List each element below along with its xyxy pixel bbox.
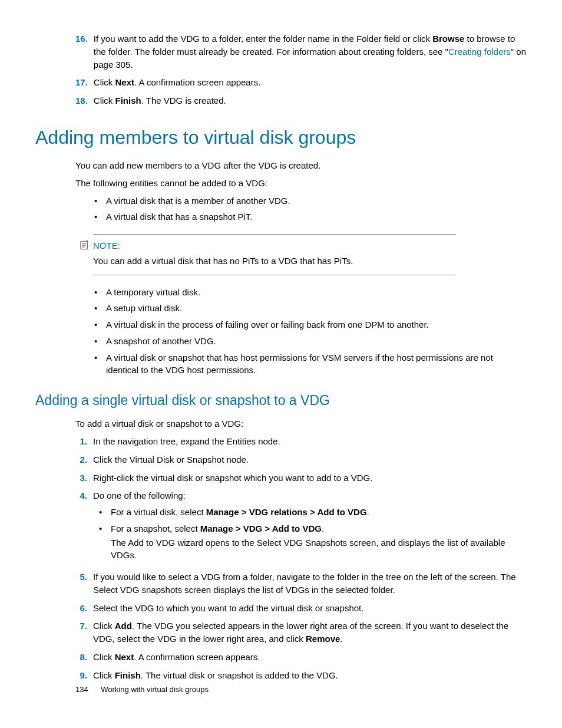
step-text: Click Next. A confirmation screen appear… <box>93 651 527 664</box>
text: Click <box>94 95 115 106</box>
text: . A confirmation screen appears. <box>134 77 260 87</box>
text: . The VDG you selected appears in the lo… <box>93 621 508 644</box>
section-heading: Adding members to virtual disk groups <box>35 124 527 151</box>
text: If you would like to select a VDG from a… <box>93 572 516 595</box>
text: Click <box>93 670 115 680</box>
step-number: 1. <box>75 435 93 448</box>
note-icon <box>79 240 90 251</box>
step-number: 5. <box>75 571 93 597</box>
bold-text: Next <box>115 77 135 87</box>
numbered-step: 2.Click the Virtual Disk or Snapshot nod… <box>75 453 527 466</box>
numbered-step: 5.If you would like to select a VDG from… <box>75 571 527 597</box>
sub-bullet-item: For a virtual disk, select Manage > VDG … <box>98 506 527 519</box>
text: Select the VDG to which you want to add … <box>93 603 363 613</box>
text: Click <box>94 77 115 87</box>
step-number: 4. <box>75 489 93 565</box>
top-steps-list: 16.If you want to add the VDG to a folde… <box>75 32 527 107</box>
text: Right-click the virtual disk or snapshot… <box>93 473 372 483</box>
sub-bullet-item: For a snapshot, select Manage > VDG > Ad… <box>98 522 527 562</box>
step-text: Click Finish. The VDG is created. <box>94 94 527 107</box>
sub-bullets: For a virtual disk, select Manage > VDG … <box>98 506 527 562</box>
paragraph: The following entities cannot be added t… <box>75 177 527 190</box>
step-number: 17. <box>75 76 94 89</box>
link-text[interactable]: Creating folders <box>448 47 511 57</box>
step-number: 8. <box>75 651 93 664</box>
bold-text: Add <box>115 621 132 631</box>
bullet-item: A temporary virtual disk. <box>93 286 527 299</box>
text: . A confirmation screen appears. <box>134 652 260 662</box>
bold-text: Browse <box>432 34 464 44</box>
numbered-step: 3.Right-click the virtual disk or snapsh… <box>75 472 527 485</box>
text: Click <box>93 621 115 631</box>
step-number: 9. <box>75 669 93 682</box>
numbered-step: 7.Click Add. The VDG you selected appear… <box>75 620 527 645</box>
steps-2-list: 1.In the navigation tree, expand the Ent… <box>75 435 527 681</box>
bold-text: Finish <box>115 670 141 680</box>
step-text: Do one of the following:For a virtual di… <box>93 489 527 565</box>
bold-text: Remove <box>306 634 340 644</box>
text: Click the Virtual Disk or Snapshot node. <box>93 454 249 465</box>
text: For a snapshot, select <box>111 523 200 533</box>
bold-text: Finish <box>115 95 141 106</box>
text: Do one of the following: <box>93 490 186 500</box>
bullet-item: A virtual disk in the process of failing… <box>93 318 527 331</box>
sub-after-text: The Add to VDG wizard opens to the Selec… <box>111 536 527 562</box>
numbered-step: 9.Click Finish. The virtual disk or snap… <box>75 669 527 682</box>
step-number: 3. <box>75 472 93 485</box>
numbered-step: 6.Select the VDG to which you want to ad… <box>75 602 527 615</box>
numbered-step: 4.Do one of the following:For a virtual … <box>75 489 527 565</box>
step-text: Click the Virtual Disk or Snapshot node. <box>93 453 527 466</box>
bold-text: Next <box>115 652 134 662</box>
bold-text: Manage > VDG relations > Add to VDG <box>206 507 367 517</box>
paragraph: You can add new members to a VDG after t… <box>75 159 527 172</box>
note-label: NOTE: <box>93 239 120 252</box>
text: In the navigation tree, expand the Entit… <box>93 436 280 446</box>
bullet-item: A snapshot of another VDG. <box>93 335 527 348</box>
step-text: Click Finish. The virtual disk or snapsh… <box>93 669 527 682</box>
step-text: If you would like to select a VDG from a… <box>93 571 527 597</box>
text: . <box>340 634 342 644</box>
numbered-step: 18.Click Finish. The VDG is created. <box>75 94 527 107</box>
step-text: If you want to add the VDG to a folder, … <box>94 32 527 71</box>
numbered-step: 8.Click Next. A confirmation screen appe… <box>75 651 527 664</box>
step-text: In the navigation tree, expand the Entit… <box>93 435 527 448</box>
numbered-step: 16.If you want to add the VDG to a folde… <box>75 32 527 71</box>
text: Click <box>93 652 115 662</box>
step-number: 2. <box>75 453 93 466</box>
bullet-item: A virtual disk or snapshot that has host… <box>93 351 527 377</box>
numbered-step: 1.In the navigation tree, expand the Ent… <box>75 435 527 448</box>
page-footer: 134 Working with virtual disk groups <box>75 684 209 696</box>
step-number: 6. <box>75 602 93 615</box>
text: . <box>367 507 369 517</box>
note-body: You can add a virtual disk that has no P… <box>93 255 456 268</box>
step-text: Click Next. A confirmation screen appear… <box>94 76 527 89</box>
step-number: 18. <box>75 94 94 107</box>
bullets-1: A virtual disk that is a member of anoth… <box>93 195 527 224</box>
step-number: 16. <box>75 32 94 71</box>
bullet-item: A virtual disk that has a snapshot PiT. <box>93 210 527 223</box>
bullets-2: A temporary virtual disk.A setup virtual… <box>93 286 527 377</box>
numbered-step: 17.Click Next. A confirmation screen app… <box>75 76 527 89</box>
text: If you want to add the VDG to a folder, … <box>94 34 432 44</box>
subsection-heading: Adding a single virtual disk or snapshot… <box>35 391 527 410</box>
text: For a virtual disk, select <box>111 507 206 517</box>
footer-title: Working with virtual disk groups <box>101 685 209 694</box>
step-number: 7. <box>75 620 93 645</box>
text: . The virtual disk or snapshot is added … <box>141 670 338 680</box>
bullet-item: A setup virtual disk. <box>93 302 527 315</box>
text: . <box>322 523 324 533</box>
page-number: 134 <box>75 685 88 694</box>
note-block: NOTE: You can add a virtual disk that ha… <box>93 234 456 275</box>
bold-text: Manage > VDG > Add to VDG <box>200 523 322 533</box>
text: . The VDG is created. <box>141 95 226 106</box>
paragraph: To add a virtual disk or snapshot to a V… <box>75 417 527 430</box>
step-text: Right-click the virtual disk or snapshot… <box>93 472 527 485</box>
step-text: Click Add. The VDG you selected appears … <box>93 620 527 645</box>
step-text: Select the VDG to which you want to add … <box>93 602 527 615</box>
bullet-item: A virtual disk that is a member of anoth… <box>93 195 527 207</box>
